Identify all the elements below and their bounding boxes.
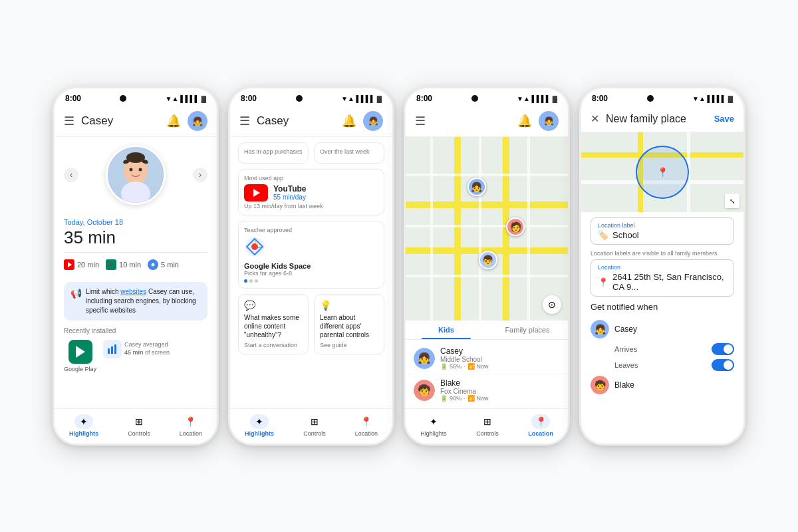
leaves-label: Leaves (614, 361, 712, 369)
guide-text: Learn about different apps' parental con… (320, 313, 378, 339)
phone-4: 8:00 ▼▲ ▌▌▌▌ ▓ ✕ New family place Save (579, 86, 745, 446)
chrome-icon-small (148, 259, 158, 270)
dot-separator-2: · (464, 395, 466, 402)
svg-rect-11 (111, 346, 113, 354)
kid-row-blake: 🧒 Blake Fox Cinema 🔋 90% · 📶 Now (406, 374, 568, 406)
status-time-4: 8:00 (592, 94, 608, 103)
kid-info-blake: Blake Fox Cinema 🔋 90% · 📶 Now (440, 378, 560, 402)
websites-link[interactable]: websites (120, 288, 146, 295)
google-play-icon (68, 340, 92, 364)
get-notified-label: Get notified when (591, 302, 734, 312)
battery-icon-status: ▓ (201, 95, 206, 102)
dot-3 (255, 279, 258, 283)
date-label: Today, October 18 (64, 218, 207, 226)
battery-pct-casey: 56% (450, 363, 462, 370)
loc-label-title: Location label (598, 222, 727, 229)
next-arrow[interactable]: › (193, 168, 207, 182)
menu-icon-2[interactable]: ☰ (239, 114, 250, 128)
map-expand-btn[interactable]: ⤡ (725, 194, 739, 208)
yt-icon-small (64, 259, 74, 270)
nav-highlights-2[interactable]: ✦ Highlights (245, 414, 274, 437)
cards-row-two: Teacher approved Google Kids Space (230, 221, 392, 294)
location-label-field[interactable]: Location label 🏷️ School (591, 217, 734, 245)
prev-arrow[interactable]: ‹ (64, 168, 78, 182)
save-button[interactable]: Save (714, 114, 734, 124)
status-blake: Now (477, 395, 489, 402)
leaves-toggle[interactable] (712, 359, 734, 371)
tab-kids[interactable]: Kids (406, 321, 487, 339)
most-used-label: Most used app (244, 175, 378, 182)
guide-link[interactable]: See guide (320, 342, 378, 348)
status-time-2: 8:00 (241, 94, 257, 103)
arrives-toggle[interactable] (712, 343, 734, 355)
arrives-toggle-row: Arrives (591, 341, 734, 357)
bottom-nav-3: ✦ Highlights ⊞ Controls 📍 Location (406, 408, 568, 444)
app-usage-play: ▶ 10 min (106, 259, 141, 270)
gks-logo-svg (244, 236, 265, 257)
header-title-1: Casey (81, 114, 166, 128)
yt-play-triangle (253, 189, 260, 197)
map-area: 👧 🧑 👦 ⊙ (406, 137, 568, 321)
bell-icon-3[interactable]: 🔔 (517, 114, 532, 128)
kid-status-blake: 🔋 90% · 📶 Now (440, 395, 560, 402)
new-place-title: New family place (606, 113, 714, 125)
status-icons-4: ▼▲ ▌▌▌▌ ▓ (692, 95, 733, 102)
nav-location-1[interactable]: 📍 Location (180, 414, 202, 437)
nav-controls-1[interactable]: ⊞ Controls (128, 414, 150, 437)
nav-controls-3[interactable]: ⊞ Controls (476, 414, 499, 437)
nav-highlights-3[interactable]: ✦ Highlights (420, 414, 447, 437)
close-button[interactable]: ✕ (591, 112, 599, 125)
phone2-content: Has in-app purchases Over the last week … (230, 137, 392, 408)
play-time: 10 min (119, 261, 141, 269)
highlights-icon-1: ✦ (74, 414, 93, 429)
header-avatar-1[interactable]: 👧 (188, 111, 207, 131)
nav-highlights-1[interactable]: ✦ Highlights (69, 414, 98, 437)
highlights-icon-3: ✦ (424, 414, 443, 429)
nav-controls-2[interactable]: ⊞ Controls (303, 414, 326, 437)
google-play-label: Google Play (64, 366, 96, 372)
battery-casey: 🔋 (440, 363, 448, 370)
conversation-card: 💬 What makes some online content "unheal… (238, 294, 309, 354)
controls-icon-3: ⊞ (478, 414, 497, 429)
status-icons-2: ▼▲ ▌▌▌▌ ▓ (341, 95, 382, 102)
new-place-header: ✕ New family place Save (581, 106, 743, 132)
profile-section: ‹ (55, 137, 217, 215)
profile-avatar-large (106, 145, 166, 205)
header-avatar-2[interactable]: 👧 (363, 111, 383, 131)
road-sm-v2 (479, 137, 481, 321)
battery-blake: 🔋 (440, 395, 448, 402)
cards-top-row: Has in-app purchases Over the last week (230, 137, 392, 169)
app-name-yt: YouTube (273, 184, 378, 194)
casey-avatar-img: 👧 (414, 348, 435, 369)
status-bar-3: 8:00 ▼▲ ▌▌▌▌ ▓ (406, 88, 568, 106)
teacher-approved-card: Teacher approved Google Kids Space (238, 221, 384, 289)
tab-family-places[interactable]: Family places (487, 321, 568, 339)
location-icon-2: 📍 (357, 414, 376, 429)
location-icon-1: 📍 (182, 414, 200, 429)
address-field[interactable]: Location 📍 2641 25th St, San Francisco, … (591, 259, 734, 297)
map-location-btn[interactable]: ⊙ (543, 295, 561, 314)
nav-location-3[interactable]: 📍 Location (528, 414, 553, 437)
phone-1: 8:00 ▼▲ ▌▌▌▌ ▓ ☰ Casey 🔔 👧 ‹ (53, 86, 219, 446)
convo-text: What makes some online content "unhealth… (244, 313, 303, 339)
map-preview-4: 📍 ⤡ (581, 132, 743, 212)
menu-icon-3[interactable]: ☰ (415, 114, 426, 128)
kid-school-casey: Middle School (440, 356, 560, 363)
screen-time-section: Today, October 18 35 min 20 min ▶ 10 min (55, 215, 217, 279)
blake-avatar-img: 🧒 (414, 380, 435, 401)
menu-icon-1[interactable]: ☰ (64, 114, 74, 128)
convo-link[interactable]: Start a conversation (244, 342, 303, 348)
arrives-label: Arrives (614, 345, 712, 353)
header-avatar-3[interactable]: 👧 (539, 111, 559, 131)
highlights-label-1: Highlights (69, 430, 98, 437)
nav-location-2[interactable]: 📍 Location (355, 414, 378, 437)
loc-label-text: School (612, 230, 639, 240)
controls-label-1: Controls (128, 430, 150, 437)
bell-icon-2[interactable]: 🔔 (342, 114, 356, 128)
svg-point-3 (130, 168, 133, 172)
avg-screen-label: Casey averaged45 min of screen (124, 341, 170, 356)
map-pin-person3: 👦 (479, 251, 497, 269)
gks-name: Google Kids Space (244, 262, 378, 270)
bell-icon-1[interactable]: 🔔 (166, 114, 181, 128)
map4-bg: 📍 (581, 132, 743, 212)
